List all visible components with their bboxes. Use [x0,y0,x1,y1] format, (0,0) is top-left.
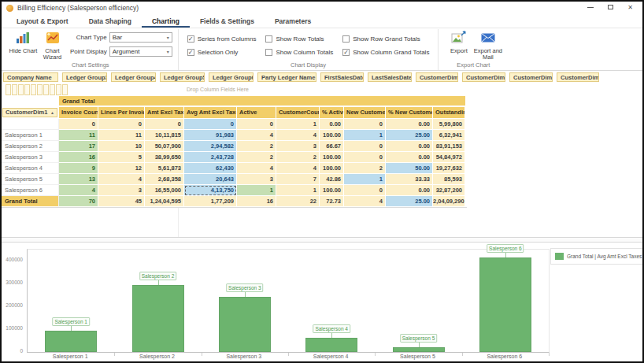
pivot-cell[interactable]: 6,32,941 [433,130,465,141]
chart-bar[interactable] [45,331,97,352]
pivot-column-header-amt-excl-taxes[interactable]: Amt Excl Taxes [145,107,184,119]
pivot-cell[interactable]: 4,13,750 [184,185,237,196]
pivot-cell[interactable]: 4 [59,185,98,196]
pivot-cell[interactable]: 100.00 [320,163,344,174]
row-field-header[interactable]: CustomerDim1 ▲ [2,108,57,117]
pivot-cell[interactable]: 0 [59,119,98,130]
pivot-cell[interactable]: 4 [237,130,276,141]
pivot-cell[interactable]: 2 [276,152,320,163]
chart-legend[interactable]: Grand Total | Avg Amt Excl Taxes [550,248,644,265]
filter-drop-box[interactable] [62,84,68,95]
pivot-cell[interactable]: 1,77,209 [184,196,237,207]
pivot-column-header-outstanding[interactable]: Outstanding [433,107,465,119]
pivot-cell[interactable]: 10 [98,141,145,152]
pivot-cell[interactable]: 2,43,728 [184,152,237,163]
pivot-cell[interactable]: 33.33 [386,174,433,185]
export-and-mail-button[interactable]: Export and Mail [473,29,502,61]
pivot-cell[interactable]: 25.00 [386,196,433,207]
pivot-cell[interactable]: 11 [98,130,145,141]
pivot-cell[interactable]: 0 [98,119,145,130]
field-chip-ledger-group4[interactable]: Ledger Group4 [111,72,156,82]
pivot-column-header-lines-per-invoice[interactable]: Lines Per Invoice [98,107,145,119]
pivot-row-header[interactable]: Salesperson 3 [2,152,59,163]
pivot-cell[interactable]: 2,04,09,290 [433,196,465,207]
filter-drop-box[interactable] [24,84,30,95]
pivot-cell[interactable]: 13 [59,174,98,185]
field-chip-company-name[interactable]: Company Name [3,72,58,82]
pivot-cell[interactable]: 2,68,358 [145,174,184,185]
chart-bar[interactable] [479,257,531,352]
pivot-column-header-avg-amt-excl-taxes[interactable]: Avg Amt Excl Taxes [184,107,237,119]
checkbox-show-column-grand-totals[interactable]: ✓Show Column Grand Totals [342,49,429,56]
pivot-cell[interactable]: 16,55,000 [145,185,184,196]
pivot-cell[interactable]: 0.00 [386,119,433,130]
pivot-column-header-active[interactable]: Active [237,107,276,119]
pivot-cell[interactable]: 100.00 [320,130,344,141]
hide-chart-button[interactable]: Hide Chart [9,29,38,54]
tab-charting[interactable]: Charting [142,16,190,28]
pivot-cell[interactable]: 42.86 [320,174,344,185]
pivot-cell[interactable]: 4 [344,196,386,207]
pivot-cell[interactable]: 45 [98,196,145,207]
field-chip-party-ledger-name[interactable]: Party Ledger Name [257,72,316,82]
pivot-cell[interactable]: 4 [98,174,145,185]
field-chip-firstsalesdate[interactable]: FirstSalesDate [320,72,364,82]
pivot-cell[interactable]: 83,91,153 [433,141,465,152]
tab-data-shaping[interactable]: Data Shaping [79,16,142,28]
pivot-cell[interactable]: 1 [344,174,386,185]
pivot-cell[interactable]: 25.00 [386,130,433,141]
point-display-dropdown[interactable]: Argument ▾ [109,46,172,57]
pivot-cell[interactable]: 1,24,04,595 [145,196,184,207]
chart-bar[interactable] [393,347,445,352]
pivot-cell[interactable]: 72.73 [320,196,344,207]
pivot-column-header-new-customer[interactable]: New Customer [344,107,386,119]
pivot-row-header[interactable]: Grand Total [2,196,59,207]
pivot-cell[interactable]: 50.00 [386,163,433,174]
pivot-cell[interactable]: 2 [344,163,386,174]
pivot-cell[interactable]: 22 [276,196,320,207]
checkbox-selection-only[interactable]: ✓Selection Only [187,49,257,56]
pivot-cell[interactable]: 16 [237,196,276,207]
pivot-cell[interactable]: 5,99,800 [433,119,465,130]
pivot-column-header-new-customer[interactable]: % New Customer [386,107,433,119]
pivot-cell[interactable]: 1 [344,130,386,141]
pivot-cell[interactable]: 0 [237,119,276,130]
field-chip-ledger-group3[interactable]: Ledger Group3 [62,72,107,82]
minimize-button[interactable] [587,4,594,12]
filter-drop-box[interactable] [6,84,11,95]
pivot-cell[interactable]: 0.00 [386,152,433,163]
field-chip-lastsalesdate[interactable]: LastSalesDate [368,72,412,82]
tab-fields-settings[interactable]: Fields & Settings [190,16,265,28]
pivot-cell[interactable]: 17 [59,141,98,152]
export-button[interactable]: Export [444,29,473,54]
field-chip-customerdim2[interactable]: CustomerDim2 [416,72,458,82]
pivot-cell[interactable]: 50,07,900 [145,141,184,152]
pivot-cell[interactable]: 54,84,972 [433,152,465,163]
filter-drop-box[interactable] [18,84,24,95]
checkbox-series-from-columns[interactable]: ✓Series from Columns [187,35,257,43]
pivot-cell[interactable]: 0 [145,119,184,130]
pivot-cell[interactable]: 1 [276,119,320,130]
pivot-cell[interactable]: 3 [98,185,145,196]
checkbox-show-column-totals[interactable]: Show Column Totals [265,49,333,56]
checkbox-show-row-totals[interactable]: Show Row Totals [265,35,333,43]
filter-drop-box[interactable] [56,84,61,95]
pivot-cell[interactable]: 12 [98,163,145,174]
chart-type-dropdown[interactable]: Bar ▾ [109,32,172,43]
pivot-cell[interactable]: 16 [59,152,98,163]
chart-wizard-button[interactable]: Chart Wizard [38,29,67,61]
pivot-cell[interactable]: 100.00 [320,152,344,163]
pivot-cell[interactable]: 10,11,815 [145,130,184,141]
pivot-row-header[interactable]: Salesperson 2 [2,141,59,152]
pivot-cell[interactable]: 7 [276,174,320,185]
pivot-cell[interactable]: 85,593 [433,174,465,185]
pivot-cell[interactable]: 0 [184,119,237,130]
pivot-cell[interactable]: 0.00 [320,119,344,130]
pivot-cell[interactable]: 38,99,650 [145,152,184,163]
pivot-row-header[interactable]: Salesperson 1 [2,130,59,141]
pivot-cell[interactable]: 32,87,200 [433,185,465,196]
pivot-cell[interactable]: 19,27,632 [433,163,465,174]
pivot-cell[interactable]: 4 [276,163,320,174]
pivot-cell[interactable]: 1 [237,185,276,196]
pivot-cell[interactable]: 0 [344,141,386,152]
